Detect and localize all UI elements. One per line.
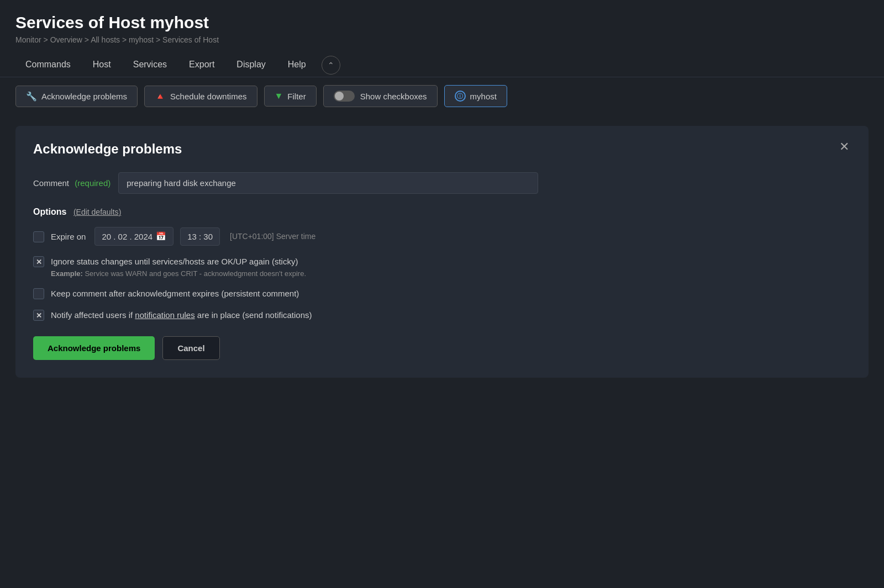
nav-item-display[interactable]: Display <box>227 53 275 77</box>
comment-label: Comment (required) <box>33 178 110 188</box>
comment-input[interactable] <box>118 172 538 194</box>
expire-date-input[interactable]: 20 . 02 . 2024 📅 <box>94 227 173 246</box>
nav-item-services[interactable]: Services <box>123 53 177 77</box>
sticky-checkbox[interactable]: ✕ <box>33 256 44 267</box>
action-buttons: Acknowledge problems Cancel <box>33 336 851 360</box>
notify-checkmark: ✕ <box>36 311 42 320</box>
page-header: Services of Host myhost Monitor > Overvi… <box>0 0 884 53</box>
close-button[interactable]: ✕ <box>835 138 853 156</box>
sticky-example: Example: Service was WARN and goes CRIT … <box>51 269 306 278</box>
notify-option-row: ✕ Notify affected users if notification … <box>33 309 851 321</box>
notify-checkbox[interactable]: ✕ <box>33 310 44 321</box>
options-section: Options (Edit defaults) Expire on 20 . 0… <box>33 207 851 321</box>
required-label: (required) <box>75 178 110 188</box>
sticky-checkmark: ✕ <box>36 258 42 266</box>
notify-option-text: Notify affected users if notification ru… <box>51 309 312 321</box>
acknowledge-problems-button[interactable]: 🔧 Acknowledge problems <box>15 86 138 107</box>
cone-icon: 🔺 <box>155 91 166 102</box>
expire-time-input[interactable]: 13 : 30 <box>180 227 220 246</box>
collapse-nav-button[interactable]: ⌃ <box>322 56 340 75</box>
sticky-option-row: ✕ Ignore status changes until services/h… <box>33 256 851 278</box>
persistent-option-text: Keep comment after acknowledgment expire… <box>51 288 299 299</box>
timezone-label: [UTC+01:00] Server time <box>230 232 315 241</box>
filter-icon: ▼ <box>275 91 283 101</box>
sticky-option-text: Ignore status changes until services/hos… <box>51 256 306 278</box>
edit-defaults-link[interactable]: (Edit defaults) <box>73 208 121 216</box>
notification-rules-link[interactable]: notification rules <box>135 310 194 320</box>
calendar-icon: 📅 <box>156 231 166 241</box>
show-checkboxes-button[interactable]: Show checkboxes <box>323 85 438 107</box>
main-content: ✕ Acknowledge problems Comment (required… <box>0 115 884 389</box>
nav-item-export[interactable]: Export <box>179 53 224 77</box>
persistent-checkbox[interactable] <box>33 288 44 299</box>
acknowledge-problems-panel: ✕ Acknowledge problems Comment (required… <box>15 126 869 378</box>
persistent-option-row: Keep comment after acknowledgment expire… <box>33 288 851 299</box>
expire-on-label: Expire on <box>51 232 86 241</box>
options-header: Options (Edit defaults) <box>33 207 851 217</box>
nav-item-host[interactable]: Host <box>83 53 121 77</box>
expire-on-row: Expire on 20 . 02 . 2024 📅 13 : 30 [UTC+… <box>33 227 851 246</box>
page-title: Services of Host myhost <box>15 13 869 32</box>
modal-title: Acknowledge problems <box>33 141 851 157</box>
myhost-icon: ⓘ <box>455 91 466 102</box>
nav-item-commands[interactable]: Commands <box>15 53 81 77</box>
toolbar: 🔧 Acknowledge problems 🔺 Schedule downti… <box>0 77 884 115</box>
nav-bar: Commands Host Services Export Display He… <box>0 53 884 77</box>
breadcrumb: Monitor > Overview > All hosts > myhost … <box>15 35 869 44</box>
cancel-button[interactable]: Cancel <box>162 336 219 360</box>
filter-button[interactable]: ▼ Filter <box>264 86 317 107</box>
wrench-icon: 🔧 <box>26 91 37 102</box>
myhost-button[interactable]: ⓘ myhost <box>444 85 507 107</box>
acknowledge-submit-button[interactable]: Acknowledge problems <box>33 336 155 360</box>
checkboxes-toggle[interactable] <box>334 91 355 102</box>
comment-row: Comment (required) <box>33 172 851 194</box>
schedule-downtimes-button[interactable]: 🔺 Schedule downtimes <box>144 86 257 107</box>
expire-checkbox[interactable] <box>33 231 44 242</box>
nav-item-help[interactable]: Help <box>278 53 316 77</box>
